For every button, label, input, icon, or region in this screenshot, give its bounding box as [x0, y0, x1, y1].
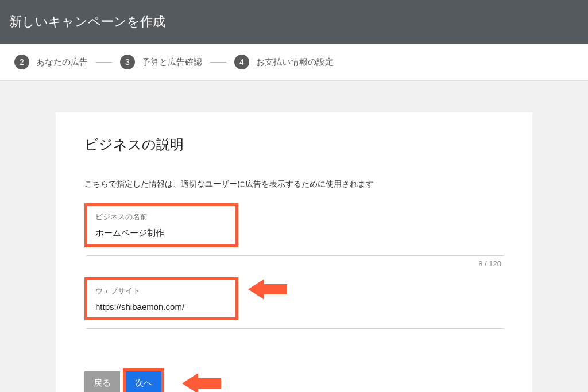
- stepper-bar: 2 あなたの広告 3 予算と広告確認 4 お支払い情報の設定: [0, 44, 588, 81]
- header-title: 新しいキャンペーンを作成: [9, 13, 165, 30]
- arrow-left-icon: [248, 275, 287, 305]
- header-bar: 新しいキャンペーンを作成: [0, 0, 588, 44]
- step-label: お支払い情報の設定: [256, 57, 334, 68]
- highlight-box-business-name: ビジネスの名前 ホームページ制作: [84, 203, 238, 247]
- svg-marker-1: [182, 373, 221, 392]
- next-button[interactable]: 次へ: [126, 371, 161, 392]
- highlight-box-website: ウェブサイト https://shibaemon.com/: [84, 277, 238, 320]
- step-4[interactable]: 4 お支払い情報の設定: [234, 55, 334, 69]
- buttons-row: 戻る 次へ: [84, 371, 504, 392]
- step-2[interactable]: 2 あなたの広告: [14, 55, 88, 69]
- back-button[interactable]: 戻る: [84, 371, 120, 392]
- form-card: ビジネスの説明 こちらで指定した情報は、適切なユーザーに広告を表示するために使用…: [56, 112, 532, 392]
- website-label: ウェブサイト: [95, 286, 227, 296]
- step-circle-3: 3: [120, 55, 135, 69]
- step-3[interactable]: 3 予算と広告確認: [120, 55, 202, 69]
- char-counter: 8 / 120: [84, 259, 504, 268]
- helper-text: こちらで指定した情報は、適切なユーザーに広告を表示するために使用されます: [84, 179, 504, 189]
- page-title: ビジネスの説明: [84, 135, 504, 154]
- step-circle-2: 2: [14, 55, 29, 69]
- step-circle-4: 4: [234, 55, 249, 69]
- step-label: あなたの広告: [36, 57, 88, 68]
- step-label: 予算と広告確認: [142, 57, 202, 68]
- website-value[interactable]: https://shibaemon.com/: [95, 302, 227, 312]
- step-connector: [210, 62, 226, 63]
- business-name-field[interactable]: ビジネスの名前 ホームページ制作: [84, 203, 504, 247]
- step-connector: [96, 62, 112, 63]
- business-name-label: ビジネスの名前: [95, 212, 227, 222]
- arrow-left-icon: [182, 370, 221, 392]
- business-name-value[interactable]: ホームページ制作: [95, 228, 227, 239]
- svg-marker-0: [248, 279, 287, 300]
- website-field[interactable]: ウェブサイト https://shibaemon.com/: [84, 277, 504, 320]
